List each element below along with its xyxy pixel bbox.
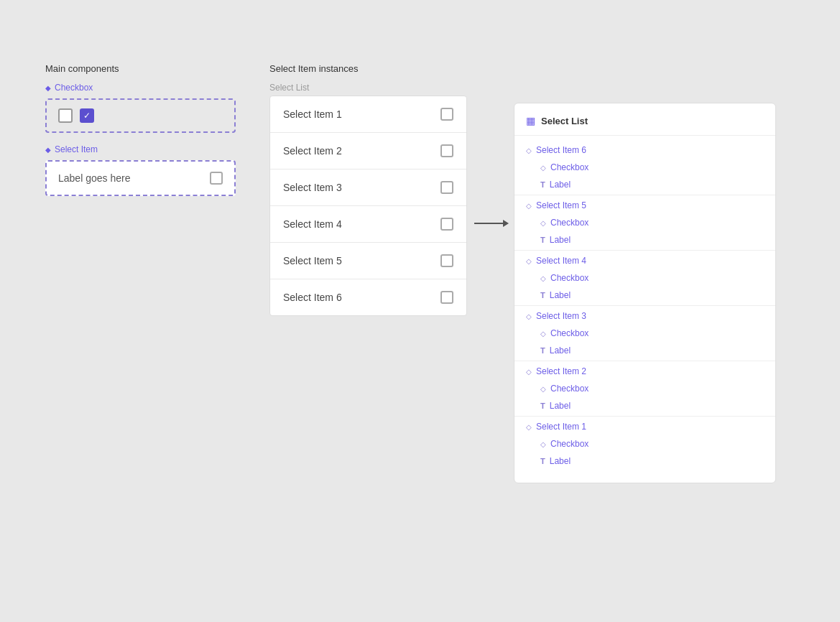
select-item-checkbox[interactable] bbox=[210, 172, 223, 185]
layer-tree-section: ▦ Select List ◇ Select Item 6 ◇ Checkbox… bbox=[514, 103, 776, 483]
layer-item-name: Checkbox bbox=[550, 328, 589, 338]
list-item-text: Select Item 2 bbox=[283, 145, 342, 157]
layer-t-icon: T bbox=[540, 236, 545, 244]
layer-item-name: Select Item 2 bbox=[536, 366, 586, 376]
select-list-above-label: Select List bbox=[269, 83, 467, 93]
layer-grid-icon: ▦ bbox=[526, 115, 535, 126]
layer-divider bbox=[514, 250, 775, 251]
layer-item-name: Checkbox bbox=[550, 273, 589, 283]
list-item[interactable]: Select Item 6 bbox=[270, 279, 466, 315]
layer-item-checkbox-2[interactable]: ◇ Checkbox bbox=[514, 380, 775, 397]
checkbox-unchecked[interactable] bbox=[58, 108, 73, 123]
instances-title: Select Item instances bbox=[269, 63, 467, 74]
list-item-checkbox[interactable] bbox=[440, 108, 453, 121]
layer-items: ◇ Select Item 6 ◇ Checkbox T Label ◇ Sel… bbox=[514, 136, 775, 470]
layer-group: ◇ Select Item 3 ◇ Checkbox T Label bbox=[514, 307, 775, 359]
list-item[interactable]: Select Item 5 bbox=[270, 243, 466, 279]
layer-tree-header: ▦ Select List bbox=[514, 115, 775, 136]
checkbox-checked[interactable]: ✓ bbox=[80, 108, 94, 123]
layer-item-checkbox-4[interactable]: ◇ Checkbox bbox=[514, 269, 775, 287]
select-item-component-label: ◆ Select Item bbox=[45, 144, 236, 154]
layer-item-name: Label bbox=[550, 456, 571, 466]
checkbox-diamond-icon: ◆ bbox=[45, 84, 51, 92]
layer-t-icon: T bbox=[540, 180, 545, 189]
layer-t-icon: T bbox=[540, 401, 545, 410]
layer-diamond-icon: ◇ bbox=[526, 147, 532, 154]
layer-item-name: Label bbox=[550, 345, 571, 356]
select-list-container: Select Item 1 Select Item 2 Select Item … bbox=[269, 96, 467, 316]
list-item-checkbox[interactable] bbox=[440, 144, 453, 157]
layer-item-select-item-2[interactable]: ◇ Select Item 2 bbox=[514, 363, 775, 380]
list-item-checkbox[interactable] bbox=[440, 291, 453, 304]
layer-item-name: Label bbox=[550, 180, 571, 190]
list-item[interactable]: Select Item 4 bbox=[270, 206, 466, 243]
layer-t-icon: T bbox=[540, 291, 545, 300]
layer-item-label-2[interactable]: T Label bbox=[514, 397, 775, 414]
layer-item-select-item-1[interactable]: ◇ Select Item 1 bbox=[514, 418, 775, 435]
layer-t-icon: T bbox=[540, 457, 545, 465]
main-components-title: Main components bbox=[45, 63, 236, 74]
layer-item-name: Checkbox bbox=[550, 384, 589, 394]
list-item-checkbox[interactable] bbox=[440, 218, 453, 231]
layer-item-name: Label bbox=[550, 235, 571, 245]
checkbox-group: ✓ bbox=[45, 98, 236, 133]
layer-group: ◇ Select Item 4 ◇ Checkbox T Label bbox=[514, 252, 775, 304]
layer-diamond-icon: ◇ bbox=[526, 312, 532, 320]
instances-section: Select Item instances Select List Select… bbox=[269, 63, 467, 316]
layer-item-select-item-6[interactable]: ◇ Select Item 6 bbox=[514, 141, 775, 159]
layer-item-checkbox-5[interactable]: ◇ Checkbox bbox=[514, 214, 775, 231]
layer-item-select-item-3[interactable]: ◇ Select Item 3 bbox=[514, 307, 775, 325]
layer-divider bbox=[514, 361, 775, 361]
arrow bbox=[474, 220, 509, 227]
list-item-text: Select Item 1 bbox=[283, 108, 342, 120]
list-item-checkbox[interactable] bbox=[440, 181, 453, 194]
layer-divider bbox=[514, 305, 775, 306]
layer-item-label-4[interactable]: T Label bbox=[514, 287, 775, 304]
layer-diamond-icon: ◇ bbox=[540, 385, 546, 393]
layer-item-checkbox-3[interactable]: ◇ Checkbox bbox=[514, 325, 775, 342]
select-item-label-value: Label goes here bbox=[58, 172, 130, 184]
layer-diamond-icon: ◇ bbox=[540, 219, 546, 227]
select-item-label-text: Select Item bbox=[55, 144, 98, 154]
list-item-text: Select Item 4 bbox=[283, 218, 342, 230]
layer-group: ◇ Select Item 6 ◇ Checkbox T Label bbox=[514, 141, 775, 193]
list-item[interactable]: Select Item 1 bbox=[270, 96, 466, 133]
layer-item-name: Select Item 3 bbox=[536, 311, 586, 321]
select-item-component: Label goes here bbox=[45, 160, 236, 196]
layer-item-name: Checkbox bbox=[550, 162, 589, 172]
arrow-line bbox=[474, 223, 503, 224]
layer-diamond-icon: ◇ bbox=[540, 164, 546, 172]
list-item-text: Select Item 5 bbox=[283, 255, 342, 266]
checkbox-component-label: ◆ Checkbox bbox=[45, 83, 236, 93]
layer-item-select-item-4[interactable]: ◇ Select Item 4 bbox=[514, 252, 775, 269]
layer-item-label-3[interactable]: T Label bbox=[514, 342, 775, 359]
layer-diamond-icon: ◇ bbox=[526, 423, 532, 431]
layer-item-checkbox-6[interactable]: ◇ Checkbox bbox=[514, 159, 775, 176]
layer-item-name: Label bbox=[550, 401, 571, 411]
list-item[interactable]: Select Item 3 bbox=[270, 170, 466, 206]
layer-item-label-6[interactable]: T Label bbox=[514, 176, 775, 193]
layer-diamond-icon: ◇ bbox=[526, 257, 532, 265]
layer-diamond-icon: ◇ bbox=[526, 202, 532, 210]
layer-divider bbox=[514, 195, 775, 195]
checkbox-label-text: Checkbox bbox=[55, 83, 93, 93]
layer-group: ◇ Select Item 1 ◇ Checkbox T Label bbox=[514, 418, 775, 470]
layer-diamond-icon: ◇ bbox=[540, 330, 546, 338]
layer-t-icon: T bbox=[540, 346, 545, 355]
layer-diamond-icon: ◇ bbox=[540, 274, 546, 282]
layer-item-select-item-5[interactable]: ◇ Select Item 5 bbox=[514, 197, 775, 214]
select-item-row[interactable]: Label goes here bbox=[47, 162, 234, 195]
layer-item-name: Select Item 5 bbox=[536, 200, 586, 210]
list-item[interactable]: Select Item 2 bbox=[270, 133, 466, 170]
layer-item-label-5[interactable]: T Label bbox=[514, 231, 775, 249]
layer-diamond-icon: ◇ bbox=[540, 440, 546, 448]
layer-item-name: Select Item 6 bbox=[536, 145, 586, 155]
list-item-checkbox[interactable] bbox=[440, 254, 453, 267]
layer-item-checkbox-1[interactable]: ◇ Checkbox bbox=[514, 435, 775, 452]
arrow-head bbox=[503, 220, 509, 227]
layer-item-name: Select Item 4 bbox=[536, 256, 586, 266]
layer-item-label-1[interactable]: T Label bbox=[514, 452, 775, 470]
layer-group: ◇ Select Item 2 ◇ Checkbox T Label bbox=[514, 363, 775, 414]
layer-divider bbox=[514, 416, 775, 417]
layer-item-name: Checkbox bbox=[550, 439, 589, 449]
